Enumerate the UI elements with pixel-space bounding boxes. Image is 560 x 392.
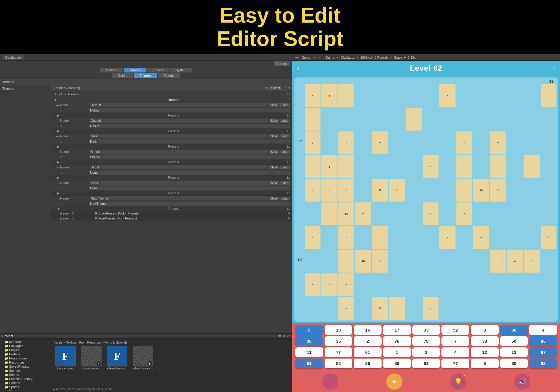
theme-save-usual[interactable]: Save	[269, 165, 279, 169]
tree-item-savedpresets[interactable]: 📁 SavedPresets	[0, 364, 51, 369]
tree-item-selectionhistory[interactable]: 📁 SelectionHistory	[0, 377, 51, 381]
presets-row-newtheme[interactable]: ▼ Presets 11	[51, 206, 292, 211]
hint-button[interactable]: 💡 7	[450, 374, 466, 390]
num-btn-98[interactable]: 98	[529, 359, 557, 368]
theme-save-newtheme[interactable]: Save	[269, 197, 279, 200]
nav-general[interactable]: General	[100, 68, 123, 72]
dashboard-tab[interactable]: Dashboard	[2, 55, 24, 60]
num-btn-7[interactable]: 7	[441, 336, 469, 346]
tree-item-emoji[interactable]: 📁 Emoji	[0, 389, 51, 391]
theme-save-default[interactable]: Save	[269, 103, 279, 107]
tree-item-scenes[interactable]: 📁 Scenes	[0, 369, 51, 373]
num-btn-9[interactable]: 9	[295, 325, 323, 335]
num-btn-60[interactable]: 60	[500, 325, 528, 335]
num-btn-12[interactable]: 12	[471, 347, 499, 357]
presets-row-book[interactable]: ▶ Presets 11	[51, 191, 292, 195]
project-add-button[interactable]: +	[275, 334, 277, 338]
num-btn-16[interactable]: 16	[354, 325, 382, 335]
file-item-3[interactable]: ▶ LiberationSans...	[131, 346, 155, 370]
presets-row-usual[interactable]: ▶ Presets 11	[51, 175, 292, 180]
num-btn-3[interactable]: 3	[412, 347, 440, 357]
num-btn-33[interactable]: 33	[412, 325, 440, 335]
sidebar-themes-item[interactable]: Themes	[0, 86, 51, 91]
num-btn-52[interactable]: 52	[441, 325, 469, 335]
theme-save-casual[interactable]: Save	[269, 119, 279, 123]
prev-level-button[interactable]: ‹	[297, 65, 299, 72]
num-btn-10[interactable]: 10	[325, 325, 352, 335]
num-btn-36[interactable]: 36	[295, 336, 323, 346]
theme-load-book[interactable]: Load	[280, 181, 290, 185]
num-btn-35[interactable]: 35	[325, 336, 352, 346]
theme-load-usual[interactable]: Load	[280, 165, 290, 169]
num-btn-4[interactable]: 4	[529, 325, 557, 335]
nav-presets[interactable]: Presets	[146, 68, 169, 72]
main-editor-panel[interactable]: Themes (Themes) ⚙ Select ⊞ ⊟ Script ■ Th…	[51, 85, 292, 333]
file-item-1[interactable]: ▶ LiberationSans...	[80, 346, 103, 370]
num-btn-77b[interactable]: 77	[441, 359, 469, 368]
num-btn-6[interactable]: 6	[471, 359, 499, 368]
num-btn-11[interactable]: 11	[295, 347, 323, 357]
expand-icon[interactable]: ⊞	[284, 86, 286, 90]
tree-item-packages[interactable]: 📁 Packages	[0, 344, 51, 348]
theme-save-simple[interactable]: Save	[269, 150, 279, 154]
num-btn-77[interactable]: 77	[325, 347, 352, 357]
tree-item-presetsaves[interactable]: 📁 PresetSaves	[0, 356, 51, 360]
nav-games[interactable]: Games	[124, 68, 146, 72]
collapse-icon[interactable]: ⊟	[287, 86, 290, 90]
tree-item-plugins[interactable]: 📁 Plugins	[0, 348, 51, 352]
num-btn-50[interactable]: 50	[500, 336, 528, 346]
nav-system[interactable]: System	[170, 68, 193, 72]
next-level-button[interactable]: ›	[553, 65, 555, 72]
theme-load-dark[interactable]: Load	[280, 134, 290, 138]
num-btn-67[interactable]: 67	[529, 347, 557, 357]
num-btn-12b[interactable]: 12	[500, 347, 528, 357]
select-button[interactable]: Select	[269, 86, 282, 90]
theme-load-casual[interactable]: Load	[280, 119, 290, 123]
theme-save-book[interactable]: Save	[269, 181, 279, 185]
presets-row-default[interactable]: ▶ Presets 11	[51, 113, 292, 118]
num-btn-17[interactable]: 17	[383, 325, 411, 335]
tree-item-prefabs[interactable]: 📁 Prefabs	[0, 352, 51, 356]
num-btn-61[interactable]: 61	[354, 347, 382, 357]
num-btn-85[interactable]: 85	[529, 336, 557, 346]
project-settings-button[interactable]: ⚙	[283, 334, 286, 338]
theme-load-newtheme[interactable]: Load	[280, 197, 290, 200]
num-btn-8[interactable]: 8	[471, 325, 499, 335]
tree-item-sounds[interactable]: 📁 Sounds	[0, 381, 51, 385]
star-button[interactable]: ★	[386, 374, 402, 390]
num-btn-2[interactable]: 2	[354, 336, 382, 346]
tree-item-sprites[interactable]: 📁 Sprites	[0, 385, 51, 389]
num-btn-76[interactable]: 76	[383, 336, 411, 346]
refresh-button[interactable]: Refresh	[274, 61, 290, 66]
theme-load-simple[interactable]: Load	[280, 150, 290, 154]
nav-tutorial[interactable]: Tutorial	[158, 73, 180, 78]
nav-themes[interactable]: Themes	[134, 73, 157, 78]
game-tab-label[interactable]: Game	[302, 56, 311, 59]
num-btn-80[interactable]: 80	[500, 359, 528, 368]
theme-save-dark[interactable]: Save	[269, 134, 279, 138]
tree-item-scripts[interactable]: 📁 Scripts	[0, 373, 51, 377]
num-btn-78[interactable]: 78	[412, 336, 440, 346]
num-btn-1[interactable]: 1	[383, 347, 411, 357]
sound-button[interactable]: 🔊	[514, 374, 530, 390]
menu-button[interactable]: ···	[322, 374, 338, 390]
nav-config[interactable]: Config	[112, 73, 133, 78]
num-btn-86[interactable]: 86	[354, 359, 382, 368]
project-search-button[interactable]: 🔍	[278, 334, 282, 338]
presets-row-simple[interactable]: ▶ Presets 11	[51, 160, 292, 164]
tree-item-resources[interactable]: 📁 Resources	[0, 360, 51, 364]
num-btn-33b[interactable]: 33	[471, 336, 499, 346]
num-btn-82[interactable]: 82	[325, 359, 352, 368]
presets-row-casual[interactable]: ▶ Presets 11	[51, 129, 292, 133]
file-item-2[interactable]: F LiberationSans...	[105, 346, 129, 370]
tree-item-materials[interactable]: 📁 Materials	[0, 340, 51, 344]
themes-title-row[interactable]: ▼ Themes 7	[51, 97, 292, 102]
num-btn-51[interactable]: 51	[295, 359, 323, 368]
presets-row-dark[interactable]: ▶ Presets 11	[51, 144, 292, 149]
game-window-controls[interactable]: − □ ×	[314, 56, 321, 59]
theme-load-default[interactable]: Load	[280, 103, 290, 107]
num-btn-83[interactable]: 83	[412, 359, 440, 368]
num-btn-4b[interactable]: 4	[441, 347, 469, 357]
num-btn-89[interactable]: 89	[383, 359, 411, 368]
file-item-0[interactable]: F LiberationSans...	[54, 346, 77, 370]
